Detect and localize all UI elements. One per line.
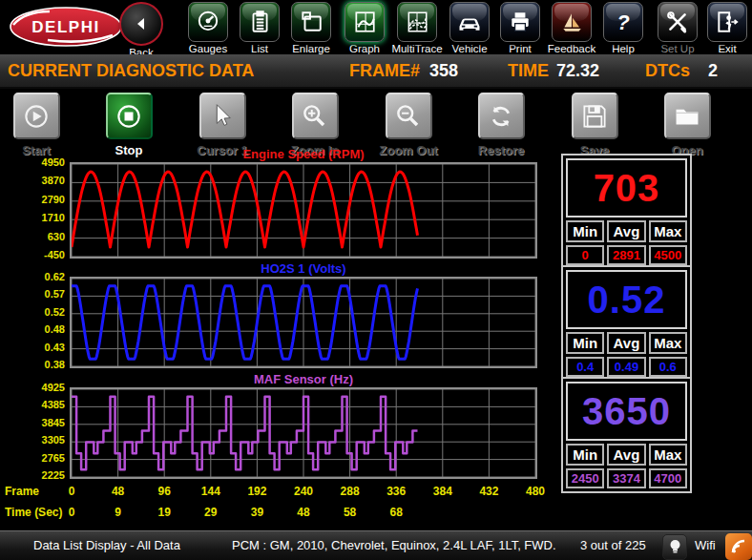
- restore-icon: [478, 93, 525, 139]
- wifi-label: Wifi: [695, 538, 716, 552]
- zoom-in-icon: [292, 93, 339, 139]
- toolbar-label-setup: Set Up: [660, 43, 694, 54]
- time-value: 72.32: [556, 61, 599, 81]
- exit-icon: [707, 2, 747, 42]
- page-title: CURRENT DIAGNOSTIC DATA: [8, 61, 254, 81]
- x-tick-label: 0: [52, 485, 91, 498]
- multitrace-icon: [397, 2, 437, 42]
- status-mode-text: Data List Display - All Data: [33, 538, 180, 552]
- max-header: Max: [649, 444, 687, 466]
- x-tick-label: 384: [424, 485, 462, 498]
- stop-icon: [106, 93, 153, 139]
- x-tick-label: 0: [52, 506, 91, 519]
- start-button[interactable]: Start: [0, 93, 79, 157]
- enlarge-icon: [291, 2, 331, 42]
- diagnostic-app: DELPHI Back Gauges List: [0, 0, 752, 560]
- print-icon: [500, 2, 540, 42]
- x-tick-label: 48: [284, 506, 323, 519]
- chart-plot-maf-sensor: [70, 387, 537, 479]
- y-tick-label: 630: [13, 231, 65, 242]
- top-toolbar: DELPHI Back Gauges List: [0, 0, 752, 54]
- avg-value: 0.49: [607, 357, 645, 377]
- chart-plot-engine-speed: [70, 162, 537, 259]
- open-icon: [664, 93, 711, 139]
- feedback-icon: [552, 2, 592, 42]
- avg-header: Avg: [607, 444, 645, 466]
- max-header: Max: [649, 220, 687, 242]
- y-tick-label: 3870: [13, 175, 65, 186]
- diagnostic-header: CURRENT DIAGNOSTIC DATA FRAME# 358 TIME …: [0, 54, 752, 89]
- x-tick-label: 480: [516, 485, 554, 498]
- rss-icon[interactable]: [725, 533, 752, 560]
- toolbar-label-help: Help: [612, 43, 635, 54]
- current-value-maf-sensor: 3650: [566, 382, 687, 441]
- chart-title-ho2s: HO2S 1 (Volts): [72, 261, 535, 276]
- min-header: Min: [566, 220, 604, 242]
- min-header: Min: [566, 444, 604, 466]
- bulb-icon[interactable]: [662, 534, 687, 560]
- status-record-count: 3 out of 225: [580, 538, 646, 552]
- chart-plot-ho2s: [70, 277, 537, 368]
- y-tick-label: 4925: [13, 382, 65, 393]
- chart-title-engine-speed: Engine Speed (RPM): [72, 147, 535, 161]
- y-tick-label: 0.52: [13, 306, 65, 318]
- avg-value: 3374: [607, 468, 645, 488]
- y-tick-label: -450: [13, 249, 65, 260]
- cursor-icon: [199, 93, 246, 139]
- frame-value: 358: [429, 61, 458, 81]
- min-value: 0: [566, 245, 604, 265]
- svg-text:?: ?: [616, 10, 629, 34]
- y-tick-label: 3305: [13, 434, 65, 446]
- help-icon: ?: [603, 2, 643, 42]
- min-value: 2450: [566, 468, 604, 488]
- x-tick-label: 192: [238, 485, 276, 498]
- max-header: Max: [649, 332, 687, 354]
- max-value: 4700: [649, 468, 687, 488]
- open-button[interactable]: Open: [644, 93, 730, 157]
- x-tick-label: 9: [99, 506, 137, 519]
- avg-value: 2891: [607, 245, 645, 265]
- chart-title-maf-sensor: MAF Sensor (Hz): [72, 372, 535, 386]
- save-button[interactable]: Save: [552, 93, 637, 157]
- toolbar-label-vehicle: Vehicle: [451, 43, 487, 54]
- current-value-ho2s: 0.52: [566, 270, 687, 329]
- x-tick-label: 58: [331, 506, 369, 519]
- svg-text:DELPHI: DELPHI: [31, 18, 99, 36]
- frame-label: FRAME#: [349, 61, 420, 81]
- y-tick-label: 4950: [13, 156, 65, 168]
- x-tick-label: 29: [192, 506, 230, 519]
- y-tick-label: 0.48: [13, 323, 65, 335]
- avg-header: Avg: [607, 220, 645, 242]
- status-bar: Data List Display - All Data PCM : GM, 2…: [0, 530, 752, 560]
- max-value: 0.6: [649, 357, 687, 377]
- start-label: Start: [22, 143, 51, 157]
- min-value: 0.4: [566, 357, 604, 377]
- back-icon: [119, 2, 163, 46]
- y-tick-label: 2225: [13, 469, 65, 481]
- x-tick-label: 96: [145, 485, 183, 498]
- value-panel-engine-speed: 703 Min Avg Max 0 2891 4500: [561, 154, 692, 270]
- y-tick-label: 2765: [13, 452, 65, 464]
- value-panel-ho2s: 0.52 Min Avg Max 0.4 0.49 0.6: [561, 265, 692, 382]
- back-button[interactable]: Back: [105, 2, 178, 58]
- y-tick-label: 2790: [13, 194, 65, 205]
- dtcs-label: DTCs: [645, 61, 690, 81]
- toolbar-label-enlarge: Enlarge: [292, 43, 330, 54]
- toolbar-button-exit[interactable]: Exit: [691, 2, 752, 54]
- avg-header: Avg: [607, 332, 645, 354]
- x-tick-label: 336: [377, 485, 415, 498]
- x-tick-label: 144: [192, 485, 230, 498]
- x-tick-label: 39: [238, 506, 276, 519]
- y-tick-label: 1710: [13, 212, 65, 223]
- y-tick-label: 4385: [13, 399, 65, 410]
- value-panel-maf-sensor: 3650 Min Avg Max 2450 3374 4700: [561, 377, 692, 493]
- toolbar-label-print: Print: [509, 43, 532, 54]
- time-label: TIME: [508, 61, 549, 81]
- min-header: Min: [566, 332, 604, 354]
- x-tick-label: 288: [331, 485, 369, 498]
- current-value-engine-speed: 703: [566, 158, 687, 218]
- status-vehicle-info: PCM : GM, 2010, Chevrolet, Equinox, 2.4L…: [232, 538, 556, 552]
- toolbar-label-exit: Exit: [718, 43, 736, 54]
- dtcs-value: 2: [708, 61, 718, 81]
- graph-icon: [345, 2, 385, 42]
